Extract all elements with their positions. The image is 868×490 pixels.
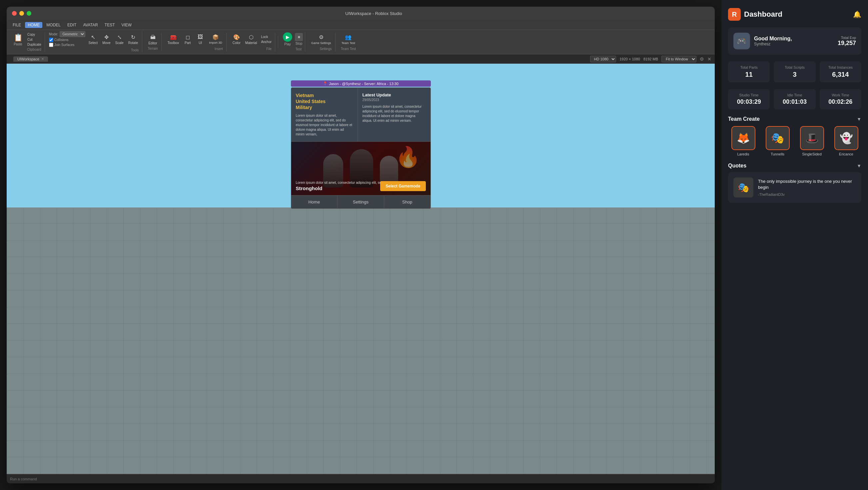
minimize-button[interactable] bbox=[19, 11, 24, 16]
material-button[interactable]: ⬡ Material bbox=[243, 33, 259, 46]
singlesided-name: SingleSided bbox=[802, 152, 822, 156]
team-members-grid: 🦊 Laredis 🎭 Tunnells 🎩 SingleSided 👻 Eri… bbox=[728, 126, 861, 156]
menu-view[interactable]: TEST bbox=[102, 22, 118, 28]
clipboard-section: 📋 Paste Copy Cut Duplicate Clipboard bbox=[9, 32, 45, 52]
rotate-button[interactable]: ↻ Rotate bbox=[126, 33, 140, 46]
title-line3: Military bbox=[296, 105, 353, 110]
menu-plugins[interactable]: VIEW bbox=[119, 22, 135, 28]
menu-bar: FILE HOME MODEL EDIT AVATAR TEST VIEW bbox=[7, 20, 715, 30]
fit-select[interactable]: Fit to Window bbox=[661, 56, 696, 62]
move-icon: ✥ bbox=[103, 34, 110, 40]
team-test-button[interactable]: 👥 Team Test bbox=[340, 33, 357, 46]
work-time-card: Work Time 00:02:26 bbox=[820, 89, 861, 109]
play-label: Play bbox=[284, 42, 290, 46]
part-button[interactable]: ◻ Part bbox=[182, 33, 194, 46]
import3d-button[interactable]: 📦 Import 3D bbox=[207, 33, 224, 46]
stop-button[interactable]: ■ bbox=[295, 33, 303, 41]
copy-button[interactable]: Copy bbox=[26, 32, 43, 37]
user-greeting: Good Morning, bbox=[754, 36, 792, 42]
instances-value: 6,314 bbox=[824, 71, 857, 78]
menu-home[interactable]: HOME bbox=[25, 22, 42, 28]
mode-label: Mode: bbox=[49, 32, 58, 36]
ui-icon: 🖼 bbox=[197, 34, 204, 40]
menu-test[interactable]: AVATAR bbox=[80, 22, 100, 28]
server-tag: 📍 Jason - @Synthesz - Server: Africa - 1… bbox=[291, 80, 431, 87]
team-create-chevron-icon[interactable]: ▼ bbox=[857, 116, 861, 122]
color-button[interactable]: 🎨 Color bbox=[230, 33, 243, 46]
tab-close-button[interactable]: ✕ bbox=[41, 57, 44, 61]
team-create-title: Team Create bbox=[728, 116, 760, 122]
menu-model[interactable]: MODEL bbox=[44, 22, 63, 28]
maximize-button[interactable] bbox=[27, 11, 31, 16]
scale-button[interactable]: ⤡ Scale bbox=[113, 33, 126, 46]
stronghold-title: Stronghold bbox=[296, 185, 322, 191]
cut-button[interactable]: Cut bbox=[26, 37, 43, 42]
title-line1: Vietnam bbox=[296, 92, 353, 98]
member-ericance: 👻 Ericance bbox=[831, 126, 861, 156]
member-tunnells: 🎭 Tunnells bbox=[763, 126, 793, 156]
parts-value: 11 bbox=[732, 71, 766, 78]
game-ui-top: Vietnam United States Military Lorem ips… bbox=[291, 88, 431, 141]
scale-label: Scale bbox=[115, 41, 124, 45]
select-gamemode-button[interactable]: Select Gamemode bbox=[380, 181, 426, 191]
quotes-chevron-icon[interactable]: ▼ bbox=[857, 163, 861, 168]
exp-value: 19,257 bbox=[838, 40, 856, 47]
duplicate-button[interactable]: Duplicate bbox=[26, 42, 43, 47]
nav-home-button[interactable]: Home bbox=[291, 196, 338, 208]
dash-logo-title: R Dashboard bbox=[728, 8, 782, 21]
move-button[interactable]: ✥ Move bbox=[100, 33, 112, 46]
resolution-select[interactable]: HD 1080 bbox=[590, 56, 616, 62]
paste-button[interactable]: 📋 Paste bbox=[11, 32, 25, 47]
close-viewport-button[interactable]: ✕ bbox=[707, 56, 711, 62]
game-settings-icon: ⚙ bbox=[318, 34, 324, 41]
toolbox-button[interactable]: 🧰 Toolbox bbox=[165, 33, 181, 46]
menu-avatar[interactable]: EDIT bbox=[65, 22, 79, 28]
clipboard-label: Clipboard bbox=[26, 47, 43, 52]
quote-author: -TheRadiantD3v bbox=[758, 193, 856, 197]
parts-label: Total Parts bbox=[732, 65, 766, 69]
play-button[interactable]: ▶ bbox=[283, 32, 292, 42]
tunnells-avatar: 🎭 bbox=[766, 126, 790, 150]
toolbox-label: Toolbox bbox=[167, 41, 179, 45]
ui-label: UI bbox=[198, 41, 202, 45]
roblox-logo: R bbox=[728, 8, 741, 21]
color-label: Color bbox=[232, 41, 241, 45]
tools-section: Mode: Geometric Physical Collisions Join… bbox=[47, 31, 143, 53]
pin-icon: 📍 bbox=[323, 81, 328, 86]
menu-file[interactable]: FILE bbox=[10, 22, 24, 28]
laredis-name: Laredis bbox=[737, 152, 749, 156]
game-settings-button[interactable]: ⚙ Game Settings bbox=[309, 33, 333, 46]
singlesided-avatar: 🎩 bbox=[800, 126, 824, 150]
viewport-bar: UIWorkspace ✕ HD 1080 1920 × 1080 8192 M… bbox=[7, 54, 715, 64]
part-label: Part bbox=[185, 41, 191, 45]
quote-avatar: 🎭 bbox=[733, 177, 753, 198]
join-surfaces-checkbox[interactable] bbox=[49, 43, 53, 47]
notification-bell-icon[interactable]: 🔔 bbox=[853, 10, 861, 18]
game-title: Vietnam United States Military bbox=[296, 92, 353, 111]
game-right-panel: Latest Update 29/05/2023 Lorem ipsum dol… bbox=[358, 88, 431, 141]
game-settings-label: Game Settings bbox=[311, 41, 331, 45]
tab-bar: UIWorkspace ✕ bbox=[13, 56, 48, 62]
editor-button[interactable]: 🏔 Editor bbox=[146, 33, 159, 46]
anchor-button[interactable]: Anchor bbox=[259, 40, 273, 44]
collisions-checkbox[interactable] bbox=[49, 38, 53, 42]
update-date: 29/05/2023 bbox=[363, 98, 426, 102]
nav-shop-button[interactable]: Shop bbox=[384, 196, 431, 208]
workspace-tab[interactable]: UIWorkspace ✕ bbox=[13, 56, 48, 62]
game-desc: Lorem ipsum dolor sit amet, consectetur … bbox=[296, 113, 353, 137]
select-button[interactable]: ↖ Select bbox=[87, 33, 100, 46]
nav-settings-button[interactable]: Settings bbox=[338, 196, 384, 208]
team-create-header: Team Create ▼ bbox=[728, 116, 861, 122]
close-button[interactable] bbox=[12, 11, 17, 16]
studio-window: UIWorkspace - Roblox Studio FILE HOME MO… bbox=[7, 7, 715, 483]
stronghold-section: 🔥 Lorem ipsum dolor sit amet, consectetu… bbox=[291, 142, 431, 195]
insert-section: 🧰 Toolbox ◻ Part 🖼 UI 📦 Import 3D bbox=[164, 33, 226, 51]
mode-dropdown[interactable]: Geometric Physical bbox=[60, 31, 85, 37]
quotes-header: Quotes ▼ bbox=[728, 163, 861, 169]
settings-gear-icon[interactable]: ⚙ bbox=[700, 56, 704, 62]
command-input[interactable] bbox=[10, 477, 711, 481]
lock-button[interactable]: Lock bbox=[259, 35, 273, 39]
user-avatar: 🎮 bbox=[733, 33, 750, 49]
ui-button[interactable]: 🖼 UI bbox=[194, 33, 206, 46]
tools-label: Tools bbox=[130, 48, 140, 53]
